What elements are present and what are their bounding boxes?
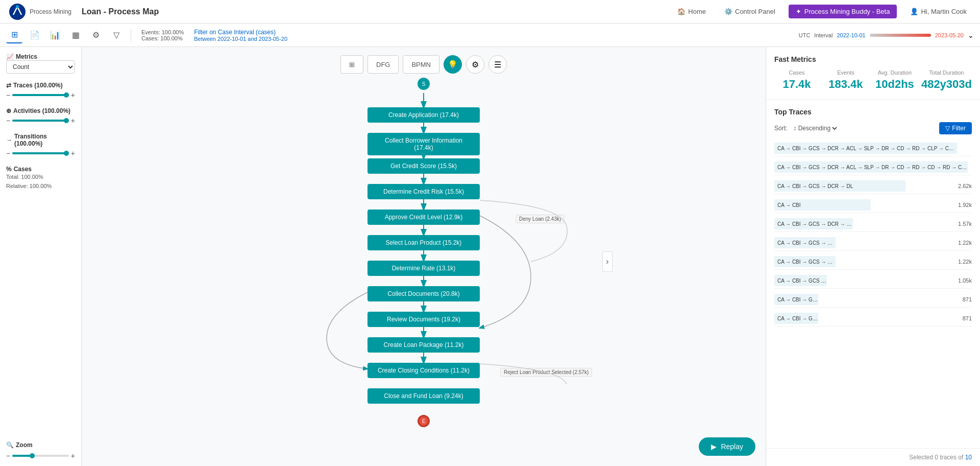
trace-row[interactable]: CA → CBI 1.92k	[774, 197, 972, 213]
activities-section: ⊕ Activities (100.00%) − +	[6, 107, 75, 125]
activities-slider-track[interactable]	[12, 120, 69, 122]
trace-row[interactable]: CA → CBI → GCS → DCR... 1.05k	[774, 273, 972, 289]
zoom-slider-track[interactable]	[12, 455, 69, 457]
trace-text-7: CA → CBI → GCS → DCR...	[777, 278, 827, 284]
node-approve-credit-level[interactable]: Approve Credit Level (12.9k)	[368, 209, 480, 225]
document-btn[interactable]: 📄	[27, 27, 43, 43]
transitions-plus-btn[interactable]: +	[71, 149, 75, 157]
settings-btn[interactable]: ⚙	[88, 27, 104, 43]
highlight-btn[interactable]: 💡	[444, 55, 462, 74]
date-slider[interactable]	[870, 34, 931, 37]
trace-bar-8: CA → CBI → GCS ...	[774, 294, 818, 305]
filter-btn[interactable]: ▽	[108, 27, 125, 43]
toolbar: ⊞ 📄 📊 ▦ ⚙ ▽ Events: 100.00% Cases: 100.0…	[0, 24, 980, 47]
node-create-application[interactable]: Create Application (17.4k)	[368, 107, 480, 123]
logo-text: Process Mining	[30, 8, 71, 15]
control-panel-label: Control Panel	[735, 8, 775, 15]
trace-bar-7: CA → CBI → GCS → DCR...	[774, 275, 827, 286]
chart-btn[interactable]: 📊	[47, 27, 63, 43]
table-btn[interactable]: ▦	[67, 27, 84, 43]
buddy-button[interactable]: ✦ Process Mining Buddy - Beta	[789, 5, 897, 18]
trace-count-7: 1.05k	[953, 277, 972, 284]
transitions-minus-btn[interactable]: −	[6, 149, 10, 157]
user-menu[interactable]: 👤 Hi, Martin Cook	[905, 8, 972, 15]
trace-row[interactable]: CA → CBI → GCS ... 871	[774, 292, 972, 308]
transitions-label: Transitions (100.00%)	[14, 133, 75, 147]
activities-minus-btn[interactable]: −	[6, 116, 10, 125]
trace-bar-container-9: CA → CBI → GCS ...	[774, 313, 949, 324]
utc-label: UTC	[799, 32, 811, 38]
process-map-container: S Create Application (17.4k) Collect Bor…	[245, 78, 602, 461]
node-determine-rate[interactable]: Determine Rate (13.1k)	[368, 261, 480, 276]
sort-select[interactable]: ↕ Descending ↕ Ascending	[791, 124, 839, 132]
list-btn[interactable]: ☰	[488, 55, 507, 74]
svg-point-1	[16, 5, 19, 8]
pega-logo-icon	[8, 3, 27, 21]
node-select-loan-product[interactable]: Select Loan Product (15.2k)	[368, 235, 480, 250]
trace-row[interactable]: CA → CBI → GCS ... 871	[774, 311, 972, 327]
traces-minus-btn[interactable]: −	[6, 91, 10, 99]
cases-section: % Cases Total: 100.00% Relative: 100.00%	[6, 166, 75, 191]
control-panel-link[interactable]: ⚙️ Control Panel	[719, 8, 780, 15]
logo: Process Mining	[8, 3, 71, 21]
footer-count-link[interactable]: 10	[965, 454, 972, 461]
node-collect-documents[interactable]: Collect Documents (20.8k)	[368, 286, 480, 301]
trace-bar-0: CA → CBI → GCS → DCR → ACL → SLP → DR → …	[774, 143, 957, 154]
trace-row[interactable]: CA → CBI → GCS → DCR → AC... 1.22k	[774, 235, 972, 251]
trace-text-4: CA → CBI → GCS → DCR → ACL → SLP → ...	[777, 221, 853, 227]
cases-total: Total: 100.00%	[6, 173, 75, 182]
node-close-fund-loan[interactable]: Close and Fund Loan (9.24k)	[368, 388, 480, 404]
home-label: Home	[688, 8, 706, 15]
node-create-loan-package[interactable]: Create Loan Package (11.2k)	[368, 337, 480, 353]
traces-slider-track[interactable]	[12, 94, 69, 96]
trace-bar-4: CA → CBI → GCS → DCR → ACL → SLP → ...	[774, 218, 853, 229]
collapse-btn[interactable]: ›	[602, 251, 612, 272]
transitions-icon: →	[6, 136, 12, 144]
traces-filter-btn[interactable]: ▽ Filter	[939, 122, 972, 134]
home-link[interactable]: 🏠 Home	[672, 8, 711, 15]
replay-btn[interactable]: ▶ Replay	[699, 437, 755, 456]
metric-select[interactable]: Count Duration Frequency	[6, 60, 75, 74]
traces-toolbar: Sort: ↕ Descending ↕ Ascending ▽ Filter	[774, 122, 972, 134]
node-collect-borrower[interactable]: Collect Borrower Information (17.4k)	[368, 133, 480, 155]
trace-bar-container-2: CA → CBI → GCS → DCR → DL	[774, 180, 949, 192]
dfg-btn[interactable]: DFG	[368, 55, 399, 74]
zoom-plus-btn[interactable]: +	[71, 452, 75, 460]
trace-bar-container-3: CA → CBI	[774, 199, 949, 211]
cases-stat: Cases: 100.00%	[141, 35, 184, 41]
metric-item-2: Avg. Duration 10d2hs	[872, 69, 917, 91]
transitions-slider-track[interactable]	[12, 152, 69, 154]
trace-row[interactable]: CA → CBI → GCS → DCR → ACL → SLP → DR → …	[774, 159, 972, 175]
top-nav: Process Mining Loan - Process Map 🏠 Home…	[0, 0, 980, 24]
traces-slider-row: − +	[6, 91, 75, 99]
metric-item-1: Events 183.4k	[823, 69, 868, 91]
zoom-minus-btn[interactable]: −	[6, 452, 10, 460]
bpmn-btn[interactable]: BPMN	[403, 55, 439, 74]
node-review-documents[interactable]: Review Documents (19.2k)	[368, 312, 480, 327]
home-icon: 🏠	[677, 8, 685, 15]
trace-row[interactable]: CA → CBI → GCS → DCR → DL 2.62k	[774, 178, 972, 194]
replay-icon: ▶	[711, 442, 717, 451]
right-panel: Fast Metrics Cases 17.4k Events 183.4k A…	[766, 47, 980, 466]
process-map-btn[interactable]: ⊞	[6, 27, 22, 43]
node-create-closing-conditions[interactable]: Create Closing Conditions (11.2k)	[368, 363, 480, 378]
traces-list: CA → CBI → GCS → DCR → ACL → SLP → DR → …	[774, 141, 972, 327]
node-get-credit-score[interactable]: Get Credit Score (15.5k)	[368, 158, 480, 174]
interval-expand-btn[interactable]: ⌄	[968, 31, 974, 39]
trace-row[interactable]: CA → CBI → GCS → DCR → ACL → SLP → ... 1…	[774, 216, 972, 232]
activities-icon: ⊕	[6, 107, 11, 114]
traces-plus-btn[interactable]: +	[71, 91, 75, 99]
trace-row[interactable]: CA → CBI → GCS → DCR → ACL → SLP → DR → …	[774, 141, 972, 156]
zoom-icon: 🔍	[6, 441, 14, 449]
metric-item-3: Total Duration 482y303d	[921, 69, 972, 91]
activities-plus-btn[interactable]: +	[71, 116, 75, 125]
layout-btn[interactable]: ⊞	[340, 55, 363, 74]
node-determine-credit-risk[interactable]: Determine Credit Risk (15.5k)	[368, 184, 480, 199]
trace-row[interactable]: CA → CBI → GCS → DCR → AC... 1.22k	[774, 254, 972, 270]
trace-count-9: 871	[953, 315, 972, 321]
replay-label: Replay	[721, 442, 743, 451]
trace-bar-container-5: CA → CBI → GCS → DCR → AC...	[774, 237, 949, 248]
settings-canvas-btn[interactable]: ⚙	[466, 55, 484, 74]
zoom-title: 🔍 Zoom	[6, 441, 75, 449]
trace-count-8: 871	[953, 296, 972, 302]
